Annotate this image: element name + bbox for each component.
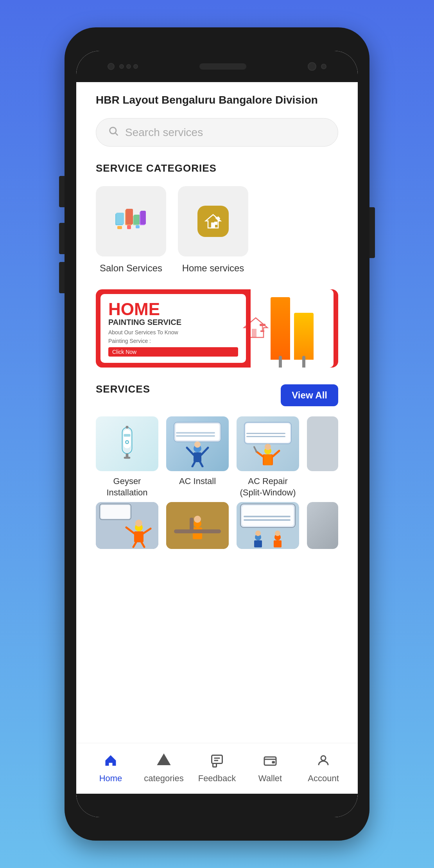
geyser-label: Geyser Installation <box>96 476 158 498</box>
nav-account[interactable]: Account <box>300 753 347 784</box>
home-services-card[interactable] <box>178 186 248 256</box>
category-salon[interactable]: Salon Services <box>96 186 166 274</box>
services-grid-row1: Geyser Installation <box>96 416 338 498</box>
svg-point-47 <box>265 444 271 450</box>
ac-install-label: AC Install <box>179 476 216 487</box>
svg-rect-33 <box>176 432 215 434</box>
ac-install-img-bg <box>166 416 229 471</box>
svg-rect-11 <box>127 225 131 229</box>
service-ac-install[interactable]: AC Install <box>166 416 229 498</box>
ac-install-svg <box>172 420 223 467</box>
banner-cta[interactable]: Click Now <box>108 347 238 357</box>
svg-rect-83 <box>213 764 217 767</box>
categories-nav-icon <box>157 753 171 771</box>
row2-img-1 <box>96 502 158 549</box>
nav-home[interactable]: Home <box>87 753 134 784</box>
svg-line-41 <box>200 462 203 466</box>
svg-rect-68 <box>190 518 194 531</box>
svg-rect-30 <box>124 457 131 459</box>
home-painting-banner[interactable]: HOME PAINTING SERVICE About Our Services… <box>96 289 338 368</box>
power-partial-image <box>307 416 338 471</box>
svg-rect-73 <box>244 519 291 521</box>
search-input-placeholder[interactable]: Search services <box>125 126 203 139</box>
feedback-nav-label: Feedback <box>198 773 236 784</box>
categories-section: SERVICE CATEGORIES <box>76 154 358 285</box>
service-row2-4-partial[interactable] <box>307 502 338 549</box>
account-nav-label: Account <box>308 773 339 784</box>
row2-svg-3 <box>237 502 299 549</box>
service-row2-2[interactable] <box>166 502 229 549</box>
banner-section: HOME PAINTING SERVICE About Our Services… <box>76 285 358 375</box>
svg-rect-24 <box>123 429 131 449</box>
svg-rect-55 <box>101 505 130 518</box>
svg-rect-76 <box>254 540 262 547</box>
wallet-nav-icon <box>263 753 277 771</box>
svg-rect-3 <box>116 213 124 224</box>
svg-rect-67 <box>174 529 221 533</box>
svg-rect-12 <box>136 225 140 228</box>
view-all-button[interactable]: View All <box>281 384 338 406</box>
svg-rect-9 <box>140 211 146 224</box>
screen-content: HBR Layout Bengaluru Bangalore Division … <box>76 82 358 794</box>
search-icon <box>108 126 119 139</box>
house-svg <box>242 314 269 341</box>
paint-rollers <box>271 297 314 360</box>
svg-line-51 <box>273 451 279 456</box>
svg-line-52 <box>254 447 256 452</box>
salon-icon <box>111 206 151 237</box>
svg-rect-88 <box>272 761 275 764</box>
service-geyser[interactable]: Geyser Installation <box>96 416 158 498</box>
svg-rect-49 <box>264 454 272 465</box>
svg-rect-82 <box>212 755 222 764</box>
ac-repair-svg <box>242 420 293 467</box>
svg-rect-36 <box>194 452 201 462</box>
categories-nav-label: categories <box>144 773 184 784</box>
ac-install-image <box>166 416 229 471</box>
nav-wallet[interactable]: Wallet <box>247 753 294 784</box>
feedback-icon-svg <box>210 753 224 768</box>
svg-point-75 <box>255 531 261 536</box>
search-container: Search services <box>76 114 358 154</box>
svg-rect-5 <box>126 209 133 224</box>
phone-screen: HBR Layout Bengaluru Bangalore Division … <box>76 51 358 817</box>
category-home-services[interactable]: Home services <box>178 186 248 274</box>
sensor-dot-1 <box>119 64 124 69</box>
service-power-partial[interactable] <box>307 416 338 498</box>
rear-sensor-2 <box>321 64 326 69</box>
paint-roller-yellow <box>294 313 314 360</box>
service-row2-1[interactable] <box>96 502 158 549</box>
services-title: SERVICES <box>96 383 150 395</box>
search-bar[interactable]: Search services <box>96 118 338 147</box>
paint-roller-orange <box>271 297 290 360</box>
row2-svg-1 <box>96 502 158 549</box>
svg-rect-10 <box>117 226 122 229</box>
svg-rect-45 <box>246 436 285 437</box>
svg-rect-19 <box>252 329 256 337</box>
home-icon-svg <box>203 212 223 231</box>
svg-point-89 <box>321 756 326 760</box>
svg-rect-72 <box>244 516 291 517</box>
geyser-svg <box>111 424 143 463</box>
geyser-img-bg <box>96 416 158 471</box>
svg-point-57 <box>135 520 142 527</box>
categories-grid: Salon Services <box>96 186 338 274</box>
row2-img-3 <box>237 502 299 549</box>
service-row2-3[interactable] <box>237 502 299 549</box>
service-ac-repair[interactable]: AC Repair (Split-Window) <box>237 416 299 498</box>
sensor-dot-3 <box>133 64 138 69</box>
banner-house-icon <box>242 314 269 343</box>
services-grid-row2 <box>96 502 338 549</box>
svg-rect-34 <box>176 435 215 437</box>
svg-line-40 <box>192 462 195 466</box>
svg-rect-79 <box>274 540 282 547</box>
nav-categories[interactable]: categories <box>140 753 187 784</box>
svg-point-81 <box>162 759 166 762</box>
nav-feedback[interactable]: Feedback <box>194 753 240 784</box>
svg-rect-28 <box>126 426 129 429</box>
categories-icon-svg <box>157 753 171 768</box>
svg-line-1 <box>115 133 117 135</box>
ac-repair-img-bg <box>237 416 299 471</box>
svg-point-37 <box>194 441 201 448</box>
svg-rect-15 <box>214 222 217 225</box>
salon-card[interactable] <box>96 186 166 256</box>
